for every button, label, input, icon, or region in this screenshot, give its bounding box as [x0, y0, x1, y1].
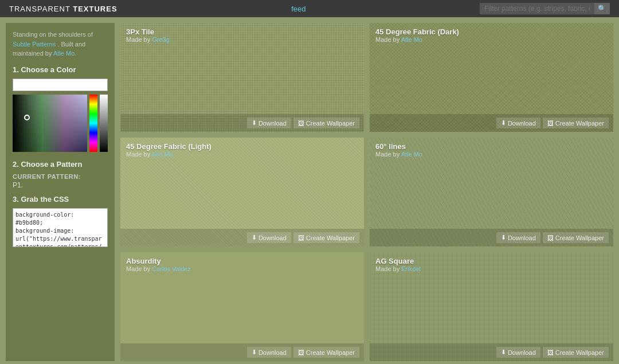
- header-nav: feed: [291, 3, 305, 14]
- pattern-author-3px-tile: Made by Gre3g: [126, 36, 170, 43]
- wallpaper-icon-absurdity: 🖼: [298, 349, 304, 356]
- color-gradient-overlay: [13, 95, 87, 152]
- download-icon-absurdity: ⬇: [252, 349, 257, 356]
- wallpaper-icon-45-degree-fabric-dark: 🖼: [547, 120, 554, 127]
- pattern-name-ag-square: AG Square: [375, 257, 421, 265]
- current-pattern-label: CURRENT PATTERN:: [13, 173, 108, 180]
- download-icon-60-lines: ⬇: [501, 234, 506, 241]
- pattern-name-60-lines: 60° lines: [375, 142, 422, 151]
- header: TRANSPARENT TEXTURES feed 🔍: [0, 0, 619, 17]
- pattern-info-45-degree-fabric-light: 45 Degree Fabric (Light) Made by Atle Mo: [126, 142, 211, 158]
- feed-link[interactable]: feed: [291, 5, 305, 13]
- pattern-name-45-degree-fabric-dark: 45 Degree Fabric (Dark): [375, 28, 459, 36]
- step2-title: 2. Choose a Pattern: [13, 160, 108, 169]
- download-button-45-degree-fabric-dark[interactable]: ⬇ Download: [496, 118, 540, 128]
- pattern-name-absurdity: Absurdity: [126, 257, 191, 265]
- wallpaper-icon-3px-tile: 🖼: [298, 120, 304, 127]
- download-button-absurdity[interactable]: ⬇ Download: [247, 347, 291, 358]
- site-logo: TRANSPARENT TEXTURES: [9, 5, 117, 13]
- download-button-60-lines[interactable]: ⬇ Download: [496, 232, 540, 243]
- search-bar: 🔍: [480, 3, 610, 14]
- pattern-actions-60-lines: ⬇ Download 🖼 Create Wallpaper: [370, 229, 613, 246]
- download-button-3px-tile[interactable]: ⬇ Download: [247, 118, 291, 128]
- download-icon-45-degree-fabric-dark: ⬇: [501, 119, 506, 127]
- sidebar: Standing on the shoulders of Subtle Patt…: [6, 23, 115, 361]
- pattern-author-link-60-lines[interactable]: Atle Mo: [401, 151, 422, 158]
- pattern-info-ag-square: AG Square Made by Erikdel: [375, 257, 421, 272]
- download-icon-ag-square: ⬇: [501, 349, 506, 356]
- pattern-card-3px-tile: 3Px Tile Made by Gre3g ⬇ Download 🖼 Crea…: [120, 23, 364, 132]
- pattern-author-45-degree-fabric-dark: Made by Atle Mo: [375, 36, 459, 43]
- pattern-author-link-3px-tile[interactable]: Gre3g: [152, 36, 170, 43]
- pattern-author-link-absurdity[interactable]: Carlos Valdez: [152, 265, 191, 272]
- pattern-author-absurdity: Made by Carlos Valdez: [126, 265, 191, 272]
- pattern-info-3px-tile: 3Px Tile Made by Gre3g: [126, 28, 170, 43]
- pattern-card-ag-square: AG Square Made by Erikdel ⬇ Download 🖼 C…: [370, 252, 613, 361]
- opacity-slider[interactable]: [100, 95, 108, 152]
- main-content: Standing on the shoulders of Subtle Patt…: [0, 17, 619, 364]
- wallpaper-icon-ag-square: 🖼: [547, 349, 554, 356]
- current-pattern-value: P1.: [13, 181, 108, 189]
- pattern-card-45-degree-fabric-dark: 45 Degree Fabric (Dark) Made by Atle Mo …: [370, 23, 613, 132]
- download-icon-45-degree-fabric-light: ⬇: [252, 234, 257, 241]
- pattern-actions-3px-tile: ⬇ Download 🖼 Create Wallpaper: [120, 114, 364, 132]
- pattern-name-45-degree-fabric-light: 45 Degree Fabric (Light): [126, 142, 211, 151]
- pattern-card-60-lines: 60° lines Made by Atle Mo ⬇ Download 🖼 C…: [370, 138, 613, 246]
- pattern-info-absurdity: Absurdity Made by Carlos Valdez: [126, 257, 191, 272]
- pattern-actions-absurdity: ⬇ Download 🖼 Create Wallpaper: [120, 343, 364, 361]
- pattern-author-link-45-degree-fabric-dark[interactable]: Atle Mo: [401, 36, 422, 43]
- atle-mo-link[interactable]: Atle Mo.: [53, 50, 76, 57]
- pattern-author-60-lines: Made by Atle Mo: [375, 151, 422, 158]
- wallpaper-button-ag-square[interactable]: 🖼 Create Wallpaper: [543, 347, 609, 358]
- step1-title: 1. Choose a Color: [13, 65, 108, 74]
- wallpaper-button-60-lines[interactable]: 🖼 Create Wallpaper: [543, 232, 609, 243]
- search-button[interactable]: 🔍: [594, 3, 610, 14]
- download-button-45-degree-fabric-light[interactable]: ⬇ Download: [247, 232, 291, 243]
- color-input[interactable]: #b9bd80: [13, 79, 108, 91]
- pattern-author-45-degree-fabric-light: Made by Atle Mo: [126, 151, 211, 158]
- intro-text: Standing on the shoulders of: [13, 31, 93, 38]
- download-icon-3px-tile: ⬇: [252, 119, 257, 127]
- logo-bold: TEXTURES: [73, 5, 117, 13]
- wallpaper-icon-45-degree-fabric-light: 🖼: [298, 234, 304, 241]
- color-cursor: [24, 115, 30, 120]
- pattern-card-45-degree-fabric-light: 45 Degree Fabric (Light) Made by Atle Mo…: [120, 138, 364, 246]
- download-button-ag-square[interactable]: ⬇ Download: [496, 347, 540, 358]
- pattern-info-60-lines: 60° lines Made by Atle Mo: [375, 142, 422, 158]
- pattern-actions-45-degree-fabric-dark: ⬇ Download 🖼 Create Wallpaper: [370, 114, 613, 132]
- step3-title: 3. Grab the CSS: [13, 195, 108, 203]
- pattern-info-45-degree-fabric-dark: 45 Degree Fabric (Dark) Made by Atle Mo: [375, 28, 459, 43]
- hue-slider[interactable]: [89, 95, 97, 152]
- search-input[interactable]: [480, 3, 594, 14]
- color-picker-area[interactable]: [13, 95, 87, 152]
- logo-plain: TRANSPARENT: [9, 5, 70, 13]
- wallpaper-icon-60-lines: 🖼: [547, 234, 554, 241]
- wallpaper-button-45-degree-fabric-light[interactable]: 🖼 Create Wallpaper: [293, 232, 359, 243]
- pattern-author-link-ag-square[interactable]: Erikdel: [401, 265, 421, 272]
- pattern-author-link-45-degree-fabric-light[interactable]: Atle Mo: [152, 151, 173, 158]
- pattern-name-3px-tile: 3Px Tile: [126, 28, 170, 36]
- wallpaper-button-3px-tile[interactable]: 🖼 Create Wallpaper: [293, 118, 359, 128]
- pattern-actions-45-degree-fabric-light: ⬇ Download 🖼 Create Wallpaper: [120, 229, 364, 246]
- css-output[interactable]: background-color: #b9bd80; background-im…: [13, 208, 108, 247]
- pattern-card-absurdity: Absurdity Made by Carlos Valdez ⬇ Downlo…: [120, 252, 364, 361]
- pattern-grid: 3Px Tile Made by Gre3g ⬇ Download 🖼 Crea…: [120, 23, 613, 361]
- wallpaper-button-45-degree-fabric-dark[interactable]: 🖼 Create Wallpaper: [543, 118, 609, 128]
- color-picker-wrapper: [13, 95, 108, 154]
- subtle-patterns-link[interactable]: Subtle Patterns: [13, 41, 56, 48]
- pattern-author-ag-square: Made by Erikdel: [375, 265, 421, 272]
- color-gradient[interactable]: [13, 95, 87, 152]
- wallpaper-button-absurdity[interactable]: 🖼 Create Wallpaper: [293, 347, 359, 358]
- pattern-actions-ag-square: ⬇ Download 🖼 Create Wallpaper: [370, 343, 613, 361]
- sidebar-intro: Standing on the shoulders of Subtle Patt…: [13, 30, 108, 58]
